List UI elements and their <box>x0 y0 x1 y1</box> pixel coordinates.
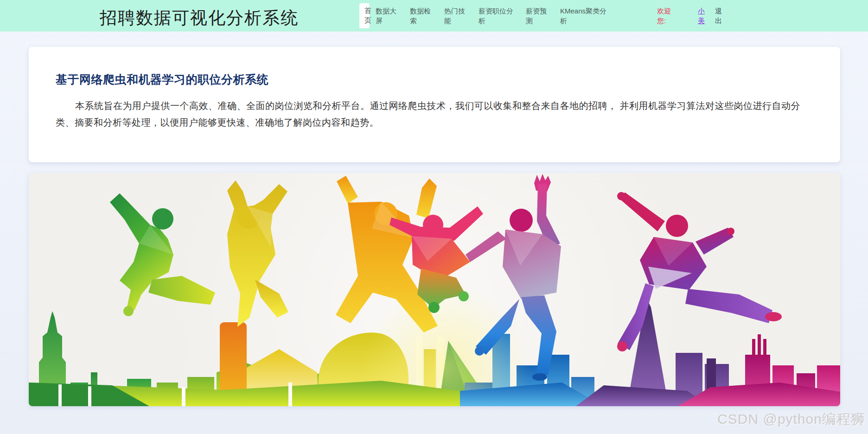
main-nav: 首页 数据大屏 数据检索 热门技能 薪资职位分析 薪资预测 KMeans聚类分析 <box>359 0 622 32</box>
intro-heading: 基于网络爬虫和机器学习的职位分析系统 <box>56 72 813 87</box>
hero-image <box>29 173 840 406</box>
user-zone: 欢迎您: 小美 退出 <box>657 0 723 32</box>
username-link[interactable]: 小美 <box>698 6 706 26</box>
nav-item-kmeans[interactable]: KMeans聚类分析 <box>560 6 611 26</box>
hero-card <box>29 173 840 406</box>
nav-item-hot-skills[interactable]: 热门技能 <box>444 6 467 26</box>
logout-link[interactable]: 退出 <box>715 6 723 26</box>
nav-item-search[interactable]: 数据检索 <box>410 6 433 26</box>
nav-item-home[interactable]: 首页 <box>359 3 370 28</box>
intro-body: 本系统旨在为用户提供一个高效、准确、全面的岗位浏览和分析平台。通过网络爬虫技术，… <box>56 97 813 131</box>
intro-card: 基于网络爬虫和机器学习的职位分析系统 本系统旨在为用户提供一个高效、准确、全面的… <box>29 47 840 162</box>
nav-item-dashboard[interactable]: 数据大屏 <box>376 6 399 26</box>
nav-item-salary-position[interactable]: 薪资职位分析 <box>479 6 515 26</box>
app-title: 招聘数据可视化分析系统 <box>100 6 299 30</box>
welcome-label: 欢迎您: <box>657 6 677 26</box>
top-navbar: 招聘数据可视化分析系统 首页 数据大屏 数据检索 热门技能 薪资职位分析 薪资预… <box>0 0 868 32</box>
nav-item-salary-predict[interactable]: 薪资预测 <box>526 6 549 26</box>
csdn-watermark: CSDN @python编程狮 <box>717 410 865 429</box>
